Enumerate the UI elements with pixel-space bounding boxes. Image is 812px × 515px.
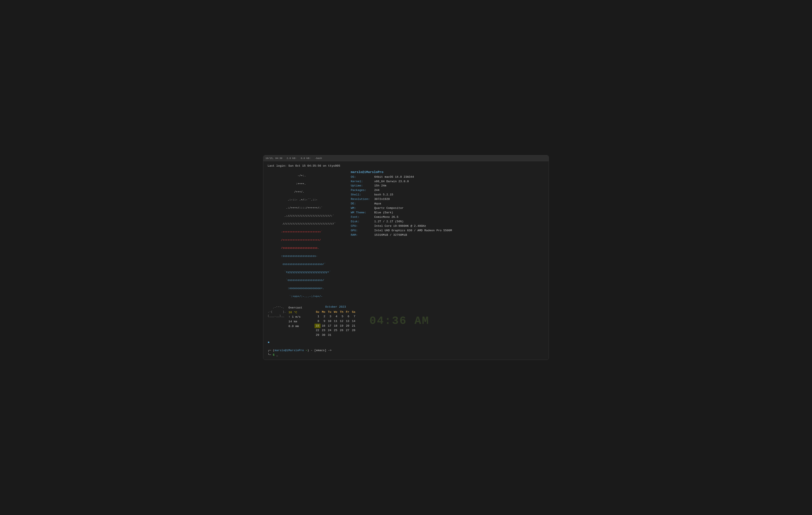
calendar-title: October 2023 [315, 305, 356, 309]
sysinfo-wm-theme-line: WM Theme: Blue (Dark) [351, 211, 544, 215]
prompt-bracket-mid: ) - [ [307, 349, 316, 352]
sysinfo-font-val: ComicMono 26.5 [374, 215, 398, 219]
calendar-cell: 25 [332, 328, 339, 333]
calendar-cell: 26 [339, 328, 345, 333]
sysinfo-font-line: Font: ComicMono 26.5 [351, 215, 544, 219]
sysinfo-resolution-line: Resolution: 3072x1920 [351, 197, 544, 201]
sysinfo-disk-line: Disk: 1.2T / 2.1T (56%) [351, 219, 544, 224]
sysinfo-wm-label: WM: [351, 206, 374, 211]
sysinfo-gpu-line: GPU: Intel UHD Graphics 630 / AMD Radeon… [351, 228, 544, 233]
sysinfo-gpu-label: GPU: [351, 228, 374, 233]
calendar-row: 293031 [315, 333, 356, 337]
weather-info: Overcast 18 °C ↑ 1 m/s 14 km 0.0 mm [288, 305, 302, 329]
titlebar-mem: 2.0 kB↑ [287, 157, 296, 160]
calendar-section: October 2023 Su Mo Tu We Th Fr Sa [315, 305, 356, 337]
sysinfo-os-label: OS: [351, 175, 374, 180]
calendar-row: 22232425262728 [315, 328, 356, 333]
calendar-cell: 5 [339, 314, 345, 319]
sysinfo-uptime-label: Uptime: [351, 184, 374, 188]
weather-temp: 18 °C [289, 310, 302, 315]
calendar-cell: 31 [326, 333, 332, 337]
sysinfo-shell-val: bash 5.2.15 [374, 193, 393, 197]
weather-section: .-'''-. .-( ). (___.__)__ Overcast 18 °C… [268, 305, 310, 337]
calendar-cell: 18 [332, 324, 339, 328]
ascii-line-2: :++++. [281, 182, 306, 185]
prompt-line: ╭─ (marslo@iMarsloPro ~) - [emacs] -> ╰─… [268, 348, 544, 357]
sysinfo-disk-label: Disk: [351, 219, 374, 224]
calendar-cell: 3 [326, 314, 332, 319]
sysinfo-de-label: DE: [351, 201, 374, 206]
calendar-cell: 6 [345, 314, 351, 319]
prompt-corner: ╰─ [268, 353, 273, 356]
calendar-cell: 11 [332, 319, 339, 324]
terminal-window: 10/15, 04:38 2.0 kB↑ 0.0 kB↑ -bash Last … [263, 155, 549, 360]
sysinfo-uptime-val: 15h 24m [374, 184, 386, 188]
calendar-row: 1234567 [315, 314, 356, 319]
sysinfo-uptime-line: Uptime: 15h 24m [351, 184, 544, 188]
calendar-cell: 20 [345, 324, 351, 328]
calendar-cell: 24 [326, 328, 332, 333]
sysinfo-shell-line: Shell: bash 5.2.15 [351, 193, 544, 197]
calendar-cell: 29 [315, 333, 320, 337]
weather-rain: 0.0 mm [289, 324, 302, 329]
title-bar: 10/15, 04:38 2.0 kB↑ 0.0 kB↑ -bash [263, 155, 549, 161]
calendar-cell: 27 [345, 328, 351, 333]
sysinfo-wm-theme-label: WM Theme: [351, 211, 374, 215]
cal-header-fr: Fr [345, 310, 351, 315]
calendar-cell: 7 [351, 314, 356, 319]
prompt-user-host: marslo@iMarsloPro [274, 349, 304, 352]
calendar-header-row: Su Mo Tu We Th Fr Sa [315, 310, 356, 315]
calendar-cell: 12 [339, 319, 345, 324]
cal-header-mo: Mo [320, 310, 326, 315]
ascii-line-4: .:-::- .+/:-``.::- [281, 198, 318, 201]
calendar-cell: 14 [351, 319, 356, 324]
calendar-body: 1234567891011121314151617181920212223242… [315, 314, 356, 337]
calendar-cell: 2 [320, 314, 326, 319]
ascii-line-1: -/+:. [281, 174, 306, 177]
ascii-line-5c: ///////////////////////////////` [281, 222, 336, 225]
terminal-body: Last login: Sun Oct 15 04:35:56 on ttys0… [263, 161, 549, 360]
sysinfo-wm-theme-val: Blue (Dark) [374, 211, 393, 215]
sysinfo-cpu-label: CPU: [351, 224, 374, 228]
clock-display: 04:36 AM [369, 313, 430, 329]
title-bar-text: 10/15, 04:38 2.0 kB↑ 0.0 kB↑ -bash [265, 157, 547, 160]
login-line: Last login: Sun Oct 15 04:35:56 on ttys0… [268, 164, 544, 168]
cal-header-th: Th [339, 310, 345, 315]
calendar-cell: 8 [315, 319, 320, 324]
sysinfo-cpu-val: Intel Core i9-9980HK @ 2.40GHz [374, 224, 426, 228]
sysinfo-de-line: DE: Aqua [351, 201, 544, 206]
sysinfo-resolution-label: Resolution: [351, 197, 374, 201]
titlebar-shell: -bash [315, 157, 322, 160]
ascii-line-6: -+++++++++++++++++++++++` [281, 231, 322, 234]
ascii-line-5: .:/++++/::::/++++++/:` [281, 206, 322, 210]
sysinfo-resolution-val: 3072x1920 [374, 197, 390, 201]
sysinfo-de-val: Aqua [374, 201, 381, 206]
sysinfo-shell-label: Shell: [351, 193, 374, 197]
ascii-line-8: /sssssssssssssssssssss. [281, 246, 319, 250]
ascii-line-13: :ooooooooooooooooooo+. [281, 287, 324, 290]
cal-header-sa: Sa [351, 310, 356, 315]
sysinfo-font-label: Font: [351, 215, 374, 219]
cal-header-we: We [332, 310, 339, 315]
weather-row: .-'''-. .-( ). (___.__)__ Overcast 18 °C… [268, 305, 310, 329]
sysinfo-gpu-val: Intel UHD Graphics 630 / AMD Radeon Pro … [374, 228, 452, 233]
ascii-line-14: `:+oo+/:-...-:/+o+/- [281, 295, 322, 298]
cal-header-su: Su [315, 310, 320, 315]
calendar-cell: 17 [326, 324, 332, 328]
ascii-line-12: `ossssssssssssssssssss/ [281, 279, 324, 282]
calendar-cell: 23 [320, 328, 326, 333]
weather-desc: Overcast [289, 305, 302, 310]
ascii-line-9: :ssssssssssssssssssss- [281, 254, 318, 258]
bottom-section: .-'''-. .-( ). (___.__)__ Overcast 18 °C… [268, 305, 544, 337]
calendar-cell: 15 [315, 324, 320, 328]
ascii-line-7: /++++++++++++++++++++++/ [281, 239, 321, 242]
calendar-cell [345, 333, 351, 337]
titlebar-time: 10/15, 04:38 [265, 157, 282, 160]
ascii-art: -/+:. :++++. /+++/. .:-::- .+/:-``.::- .… [268, 170, 349, 302]
sysinfo-ram-line: RAM: 15316MiB / 32768MiB [351, 233, 544, 238]
sysinfo-os-val: 64bit macOS 14.0 23A344 [374, 175, 414, 180]
sysinfo-kernel-line: Kernel: x86_64 Darwin 23.0.0 [351, 180, 544, 184]
cal-header-tu: Tu [326, 310, 332, 315]
weather-visibility: 14 km [289, 319, 302, 324]
sysinfo-wm-line: WM: Quartz Compositor [351, 206, 544, 211]
